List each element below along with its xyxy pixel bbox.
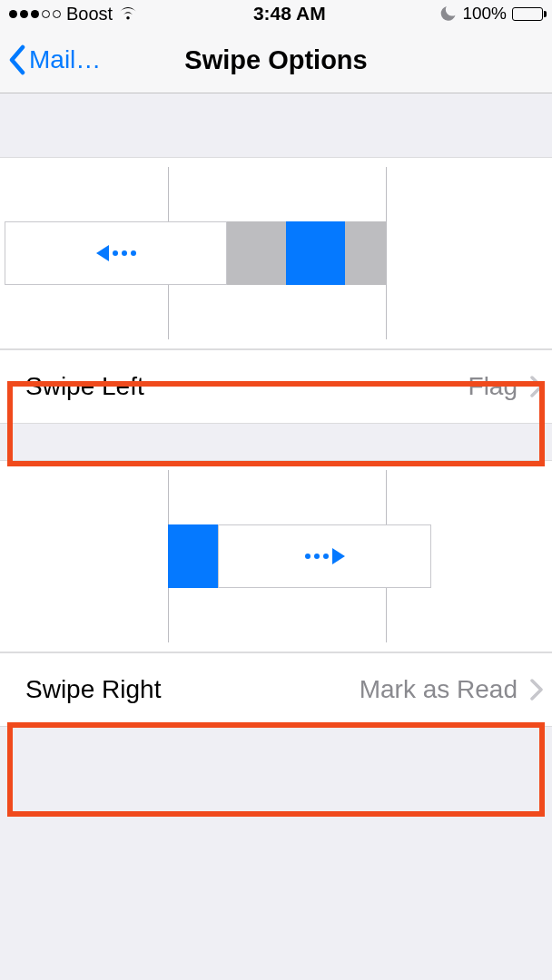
battery-percentage: 100%: [462, 4, 507, 24]
setting-value: Mark as Read: [360, 675, 518, 704]
setting-value: Flag: [468, 372, 518, 401]
preview-action-gray: [227, 221, 286, 285]
chevron-right-icon: [530, 376, 543, 397]
swipe-right-row[interactable]: Swipe Right Mark as Read: [0, 652, 552, 727]
back-label: Mail…: [29, 45, 101, 74]
wifi-icon: [118, 6, 138, 21]
section-spacer: [0, 93, 552, 157]
setting-label: Swipe Right: [25, 675, 161, 704]
do-not-disturb-icon: [440, 5, 457, 22]
battery-icon: [512, 7, 543, 21]
section-spacer: [0, 424, 552, 460]
preview-action-blue: [286, 221, 345, 285]
status-bar: Boost 3:48 AM 100%: [0, 0, 552, 27]
chevron-left-icon: [7, 44, 27, 75]
swipe-left-row[interactable]: Swipe Left Flag: [0, 349, 552, 424]
nav-bar: Mail… Swipe Options: [0, 27, 552, 93]
preview-action-gray: [345, 221, 386, 285]
swipe-right-arrow-icon: [305, 548, 345, 564]
guide-line: [386, 167, 387, 339]
annotation-highlight: [7, 722, 545, 817]
back-button[interactable]: Mail…: [0, 44, 101, 75]
carrier-label: Boost: [66, 4, 113, 24]
swipe-right-preview: [0, 460, 552, 652]
preview-mail-cell: [218, 524, 431, 588]
chevron-right-icon: [530, 679, 543, 701]
preview-mail-cell: [5, 221, 227, 285]
swipe-left-preview: [0, 157, 552, 349]
setting-label: Swipe Left: [25, 372, 144, 401]
swipe-left-arrow-icon: [96, 245, 136, 261]
status-time: 3:48 AM: [253, 3, 326, 24]
signal-strength-icon: [9, 10, 61, 18]
preview-action-blue: [168, 524, 218, 588]
